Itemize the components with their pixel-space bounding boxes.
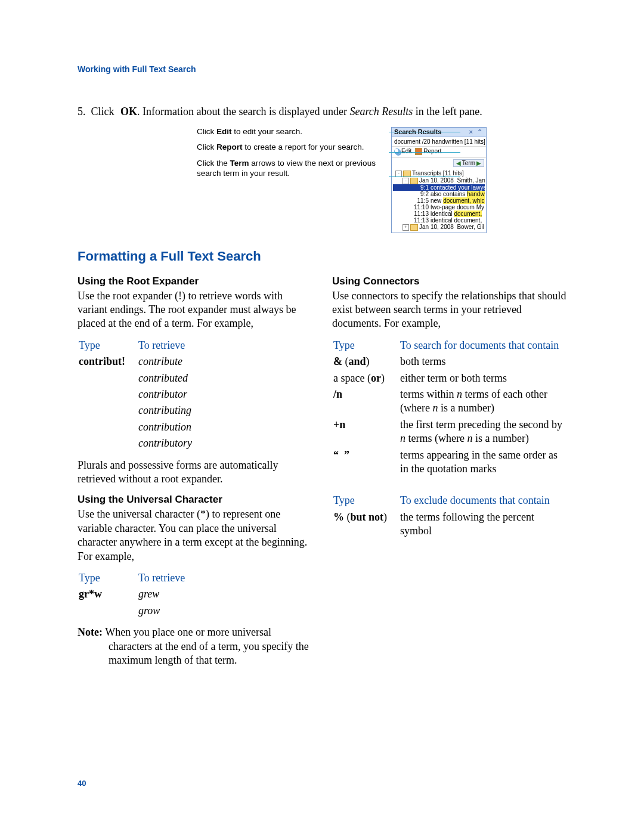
left-column: Using the Root Expander Use the root exp…	[78, 275, 312, 668]
table-cell: % (but not)	[333, 510, 400, 539]
callout-report: Click Report to create a report for your…	[197, 143, 388, 153]
folder-icon	[410, 178, 418, 184]
table-header: To search for documents that contain	[400, 338, 566, 353]
table-cell: contributor	[138, 387, 312, 402]
report-icon	[415, 148, 422, 155]
query-summary: document /20 handwritten [11 hits]	[392, 137, 486, 147]
table-cell: the first term preceding the second by n…	[400, 417, 566, 447]
table-cell: terms appearing in the same order as in …	[400, 448, 566, 477]
table-cell: contributory	[138, 436, 312, 451]
table-cell: contribut!	[79, 354, 138, 369]
term-next-icon[interactable]: ▶	[476, 160, 481, 166]
note-text: Note: When you place one or more univers…	[78, 625, 312, 667]
paragraph: Plurals and possessive forms are automat…	[78, 459, 312, 487]
collapse-toggle-icon[interactable]: -	[402, 178, 409, 184]
root-expander-table: Type To retrieve contribut! contribute c…	[79, 338, 312, 451]
hit-line[interactable]: 11:13identical document,	[393, 210, 485, 217]
table-cell: contribution	[138, 420, 312, 435]
term-prev-icon[interactable]: ◀	[456, 160, 461, 166]
table-header: Type	[333, 338, 400, 353]
hit-line[interactable]: 11:5new document, which	[393, 197, 485, 204]
connectors-table: Type To search for documents that contai…	[333, 338, 566, 477]
page-number: 40	[78, 779, 86, 788]
callout-term: Click the Term arrows to view the next o…	[197, 159, 388, 179]
table-cell: gr*w	[79, 587, 138, 602]
right-column: Using Connectors Use connectors to speci…	[332, 275, 566, 668]
table-header: To exclude documents that contain	[400, 493, 566, 508]
tree-child[interactable]: - Jan 10, 2008 Smith, James	[393, 177, 485, 184]
folder-icon	[403, 171, 411, 177]
table-cell: grow	[138, 603, 312, 618]
table-cell: contribute	[138, 354, 312, 369]
table-cell: the terms following the percent symbol	[400, 510, 566, 539]
callout-arrow-icon	[389, 152, 460, 153]
chapter-header: Working with Full Text Search	[78, 64, 566, 74]
collapse-toggle-icon[interactable]: -	[395, 171, 402, 177]
exclude-table: Type To exclude documents that contain %…	[333, 493, 566, 538]
figure-callouts: Click Edit to edit your search. Click Re…	[197, 127, 388, 185]
paragraph: Use the root expander (!) to retrieve wo…	[78, 289, 312, 331]
table-header: Type	[79, 338, 138, 353]
table-cell: +n	[333, 417, 400, 447]
hit-line[interactable]: 11:10two-page docum My	[393, 204, 485, 210]
table-header: To retrieve	[138, 338, 312, 353]
subheading-connectors: Using Connectors	[332, 275, 566, 288]
universal-char-table: Type To retrieve gr*w grew grow	[79, 571, 312, 618]
callout-arrow-icon	[389, 132, 460, 133]
table-header: To retrieve	[138, 571, 312, 586]
report-button[interactable]: Report	[415, 148, 441, 155]
table-cell: “ ”	[333, 448, 400, 477]
hit-line[interactable]: 9:2also contains handwrit	[393, 191, 485, 197]
table-header: Type	[79, 571, 138, 586]
collapse-icon[interactable]: ⌃	[477, 128, 484, 135]
paragraph: Use connectors to specify the relationsh…	[332, 289, 566, 331]
table-cell: contributed	[138, 371, 312, 386]
hit-line[interactable]: 9:1contacted your lawyer	[393, 184, 485, 191]
callout-arrow-icon	[389, 176, 460, 178]
table-cell: contributing	[138, 403, 312, 418]
paragraph: Use the universal character (*) to repre…	[78, 507, 312, 563]
table-cell: either term or both terms	[400, 371, 566, 386]
table-cell: & (and)	[333, 354, 400, 369]
tree-child[interactable]: + Jan 10, 2008 Bower, Gil R	[393, 224, 485, 231]
table-cell: terms within n terms of each other (wher…	[400, 387, 566, 416]
results-tree: - Transcripts [11 hits] - Jan 10, 2008 S…	[392, 169, 486, 233]
section-heading: Formatting a Full Text Search	[78, 249, 566, 264]
term-navigator[interactable]: ◀ Term ▶	[453, 159, 484, 167]
callout-edit: Click Edit to edit your search.	[197, 127, 388, 137]
folder-icon	[410, 224, 418, 231]
table-cell: both terms	[400, 354, 566, 369]
subheading-root-expander: Using the Root Expander	[78, 275, 312, 288]
tree-root[interactable]: - Transcripts [11 hits]	[393, 170, 485, 177]
table-header: Type	[333, 493, 400, 508]
expand-toggle-icon[interactable]: +	[402, 224, 409, 231]
search-results-panel: Search Results × ⌃ document /20 handwrit…	[391, 127, 487, 233]
table-cell: grew	[138, 587, 312, 602]
close-icon[interactable]: ×	[469, 128, 474, 135]
table-cell: a space (or)	[333, 371, 400, 386]
subheading-universal-char: Using the Universal Character	[78, 493, 312, 506]
step-5-text: 5. Click OK. Information about the searc…	[78, 105, 566, 119]
search-results-figure: Click Edit to edit your search. Click Re…	[78, 127, 566, 233]
table-cell: /n	[333, 387, 400, 416]
hit-line[interactable]: 11:13identical document,	[393, 217, 485, 224]
